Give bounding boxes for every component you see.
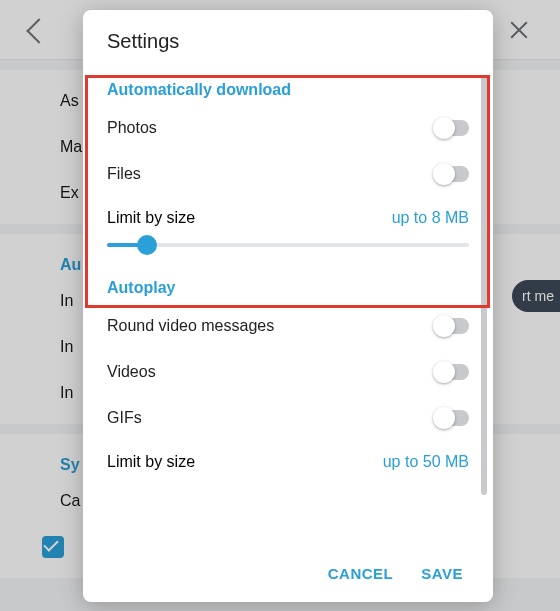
slider-autodl[interactable]: [107, 231, 469, 259]
modal-title: Settings: [83, 10, 493, 67]
limit-label: Limit by size: [107, 453, 195, 471]
limit-value: up to 8 MB: [392, 209, 469, 227]
toggle-round-video[interactable]: [435, 318, 469, 334]
row-limit-autodl: Limit by size up to 8 MB: [107, 197, 469, 231]
row-label: Photos: [107, 119, 157, 137]
limit-value: up to 50 MB: [383, 453, 469, 471]
row-round-video: Round video messages: [107, 303, 469, 349]
section-header-autoplay: Autoplay: [107, 265, 469, 303]
toggle-gifs[interactable]: [435, 410, 469, 426]
save-button[interactable]: SAVE: [421, 565, 463, 582]
section-header-auto-download: Automatically download: [107, 67, 469, 105]
toggle-photos[interactable]: [435, 120, 469, 136]
toggle-files[interactable]: [435, 166, 469, 182]
cancel-button[interactable]: CANCEL: [328, 565, 394, 582]
row-gifs: GIFs: [107, 395, 469, 441]
modal-body: Automatically download Photos Files Limi…: [83, 67, 493, 547]
row-files: Files: [107, 151, 469, 197]
row-label: GIFs: [107, 409, 142, 427]
scrollbar[interactable]: [481, 75, 487, 495]
row-label: Files: [107, 165, 141, 183]
row-limit-autoplay: Limit by size up to 50 MB: [107, 441, 469, 475]
modal-footer: CANCEL SAVE: [83, 547, 493, 602]
row-videos: Videos: [107, 349, 469, 395]
toggle-videos[interactable]: [435, 364, 469, 380]
row-photos: Photos: [107, 105, 469, 151]
row-label: Videos: [107, 363, 156, 381]
row-label: Round video messages: [107, 317, 274, 335]
slider-thumb[interactable]: [137, 235, 157, 255]
settings-modal: Settings Automatically download Photos F…: [83, 10, 493, 602]
limit-label: Limit by size: [107, 209, 195, 227]
slider-track: [107, 243, 469, 247]
